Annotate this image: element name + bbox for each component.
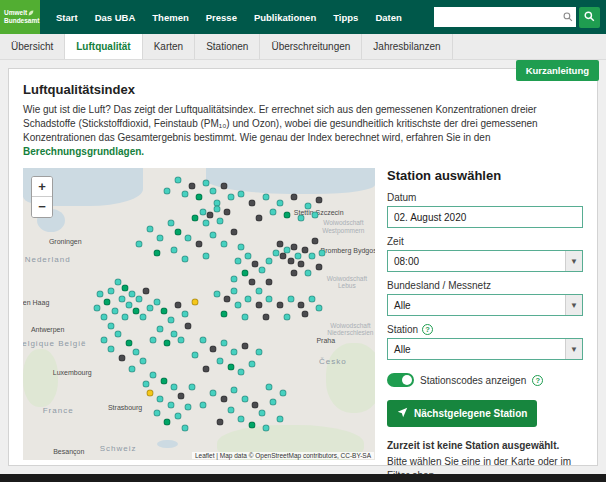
- station-dot[interactable]: [248, 360, 255, 367]
- station-dot[interactable]: [269, 208, 276, 215]
- station-dot[interactable]: [280, 389, 287, 396]
- station-dot[interactable]: [308, 252, 315, 259]
- station-dot[interactable]: [178, 392, 185, 399]
- station-dot[interactable]: [217, 419, 224, 426]
- station-dot[interactable]: [118, 296, 125, 303]
- station-dot[interactable]: [108, 346, 115, 353]
- station-dot[interactable]: [178, 337, 185, 344]
- station-dot[interactable]: [266, 278, 273, 285]
- station-dot[interactable]: [234, 302, 241, 309]
- station-dot[interactable]: [118, 354, 125, 361]
- tab-karten[interactable]: Karten: [143, 34, 195, 59]
- station-dot[interactable]: [298, 302, 305, 309]
- station-dot[interactable]: [210, 346, 217, 353]
- station-dot[interactable]: [280, 252, 287, 259]
- station-dot[interactable]: [227, 407, 234, 414]
- station-dot[interactable]: [241, 270, 248, 277]
- zoom-in-button[interactable]: +: [32, 177, 52, 197]
- station-dot[interactable]: [150, 372, 157, 379]
- station-dot[interactable]: [174, 229, 181, 236]
- station-dot[interactable]: [224, 296, 231, 303]
- station-dot[interactable]: [276, 416, 283, 423]
- station-dot[interactable]: [188, 182, 195, 189]
- station-dot[interactable]: [231, 287, 238, 294]
- station-dot[interactable]: [174, 176, 181, 183]
- station-dot[interactable]: [129, 290, 136, 297]
- station-dot[interactable]: [143, 381, 150, 388]
- station-dot[interactable]: [315, 264, 322, 271]
- station-dot[interactable]: [266, 296, 273, 303]
- station-dot[interactable]: [213, 290, 220, 297]
- tab-überschreitungen[interactable]: Überschreitungen: [260, 34, 362, 59]
- station-dot[interactable]: [276, 302, 283, 309]
- station-dot[interactable]: [262, 313, 269, 320]
- station-dot[interactable]: [269, 398, 276, 405]
- station-dot[interactable]: [136, 240, 143, 247]
- station-dot[interactable]: [104, 299, 111, 306]
- station-dot[interactable]: [238, 243, 245, 250]
- station-dot[interactable]: [245, 296, 252, 303]
- station-dot[interactable]: [252, 261, 259, 268]
- station-dot[interactable]: [305, 202, 312, 209]
- station-dot[interactable]: [129, 366, 136, 373]
- station-dot[interactable]: [298, 214, 305, 221]
- station-dot[interactable]: [185, 322, 192, 329]
- station-dot[interactable]: [160, 308, 167, 315]
- station-dot[interactable]: [224, 208, 231, 215]
- station-dot[interactable]: [284, 313, 291, 320]
- station-dot[interactable]: [227, 194, 234, 201]
- station-dot[interactable]: [167, 316, 174, 323]
- station-dot[interactable]: [136, 296, 143, 303]
- station-dot[interactable]: [298, 261, 305, 268]
- station-dot[interactable]: [287, 258, 294, 265]
- station-dot[interactable]: [231, 275, 238, 282]
- station-dot[interactable]: [164, 419, 171, 426]
- station-dot[interactable]: [220, 311, 227, 318]
- station-dot[interactable]: [157, 325, 164, 332]
- station-dot[interactable]: [241, 313, 248, 320]
- tab-luftqualität[interactable]: Luftqualität: [65, 34, 142, 59]
- berechnungsgrundlagen-link[interactable]: Berechnungsgrundlagen.: [23, 146, 144, 157]
- station-dot[interactable]: [255, 348, 262, 355]
- station-dot[interactable]: [132, 348, 139, 355]
- tab-übersicht[interactable]: Übersicht: [0, 34, 65, 59]
- station-dot[interactable]: [203, 220, 210, 227]
- zoom-out-button[interactable]: −: [32, 197, 52, 217]
- station-dot[interactable]: [153, 410, 160, 417]
- station-dot[interactable]: [227, 363, 234, 370]
- station-dot[interactable]: [255, 287, 262, 294]
- nav-item-themen[interactable]: Themen: [152, 12, 188, 23]
- station-dot[interactable]: [174, 302, 181, 309]
- station-dot[interactable]: [308, 296, 315, 303]
- air-quality-map[interactable]: GroningenNederlandDen HaagAntwerpenBelgi…: [23, 168, 375, 460]
- station-dot[interactable]: [315, 305, 322, 312]
- station-dot[interactable]: [301, 311, 308, 318]
- station-dot[interactable]: [196, 194, 203, 201]
- station-dot[interactable]: [273, 249, 280, 256]
- station-dot[interactable]: [108, 322, 115, 329]
- station-dot[interactable]: [203, 366, 210, 373]
- station-dot[interactable]: [248, 278, 255, 285]
- station-dot[interactable]: [185, 404, 192, 411]
- station-dot[interactable]: [171, 384, 178, 391]
- station-dot[interactable]: [231, 348, 238, 355]
- tab-stationen[interactable]: Stationen: [195, 34, 260, 59]
- station-dot[interactable]: [192, 214, 199, 221]
- station-dot[interactable]: [167, 401, 174, 408]
- stationscodes-toggle[interactable]: [387, 373, 414, 387]
- station-dot[interactable]: [108, 287, 115, 294]
- station-dot[interactable]: [238, 191, 245, 198]
- station-dot[interactable]: [167, 220, 174, 227]
- station-dot[interactable]: [199, 208, 206, 215]
- station-dot[interactable]: [171, 331, 178, 338]
- station-dot[interactable]: [181, 424, 188, 431]
- station-dot[interactable]: [122, 313, 129, 320]
- station-dot[interactable]: [312, 211, 319, 218]
- station-dot[interactable]: [231, 229, 238, 236]
- station-select[interactable]: Alle ▼: [387, 338, 583, 360]
- uba-logo[interactable]: Umwelt Bundesamt: [0, 0, 40, 34]
- nav-item-publikationen[interactable]: Publikationen: [254, 12, 316, 23]
- station-dot[interactable]: [220, 340, 227, 347]
- help-icon[interactable]: ?: [422, 324, 433, 335]
- station-dot[interactable]: [160, 378, 167, 385]
